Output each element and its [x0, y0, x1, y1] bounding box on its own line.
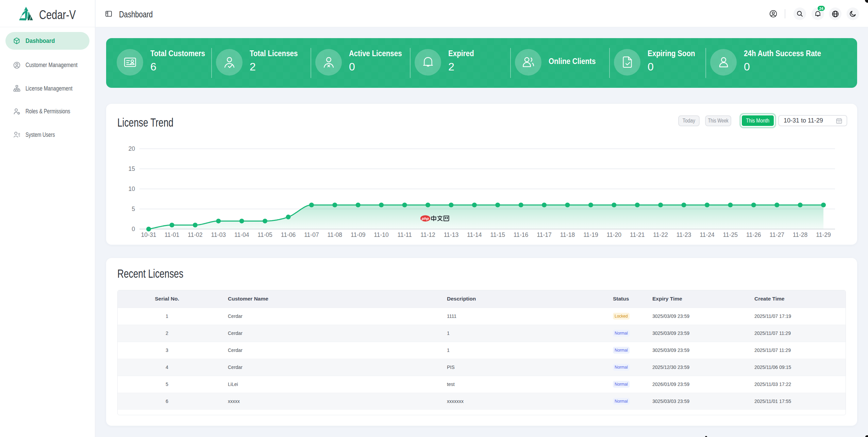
svg-text:11-10: 11-10 — [374, 231, 389, 238]
svg-text:php: php — [421, 216, 429, 221]
svg-text:11-28: 11-28 — [793, 231, 807, 238]
svg-text:10-31: 10-31 — [141, 231, 156, 238]
svg-text:11-26: 11-26 — [746, 231, 761, 238]
svg-text:20: 20 — [129, 145, 135, 152]
svg-text:11-03: 11-03 — [211, 231, 226, 238]
svg-text:11-09: 11-09 — [351, 231, 365, 238]
svg-text:11-04: 11-04 — [234, 231, 249, 238]
svg-text:11-17: 11-17 — [537, 231, 551, 238]
svg-text:11-02: 11-02 — [188, 231, 202, 238]
svg-text:11-01: 11-01 — [165, 231, 179, 238]
svg-text:11-13: 11-13 — [444, 231, 458, 238]
svg-text:11-22: 11-22 — [653, 231, 668, 238]
svg-text:5: 5 — [132, 206, 135, 212]
svg-text:11-19: 11-19 — [583, 231, 598, 238]
svg-text:11-29: 11-29 — [816, 231, 831, 238]
svg-text:11-25: 11-25 — [723, 231, 738, 238]
svg-text:11-18: 11-18 — [560, 231, 575, 238]
svg-text:11-07: 11-07 — [304, 231, 319, 238]
svg-text:0: 0 — [132, 226, 135, 232]
svg-text:11-12: 11-12 — [420, 231, 435, 238]
svg-text:11-06: 11-06 — [281, 231, 296, 238]
svg-text:11-15: 11-15 — [490, 231, 505, 238]
svg-text:11-05: 11-05 — [257, 231, 272, 238]
svg-text:11-27: 11-27 — [769, 231, 784, 238]
svg-text:11-21: 11-21 — [630, 231, 645, 238]
svg-text:11-14: 11-14 — [467, 231, 482, 238]
svg-text:11-16: 11-16 — [514, 231, 528, 238]
svg-text:10: 10 — [129, 185, 135, 192]
svg-text:11-24: 11-24 — [700, 231, 715, 238]
svg-text:11-11: 11-11 — [398, 231, 412, 238]
svg-text:11-20: 11-20 — [607, 231, 622, 238]
svg-text:11-08: 11-08 — [328, 231, 342, 238]
svg-text:11-23: 11-23 — [677, 231, 691, 238]
svg-text:15: 15 — [129, 165, 135, 172]
